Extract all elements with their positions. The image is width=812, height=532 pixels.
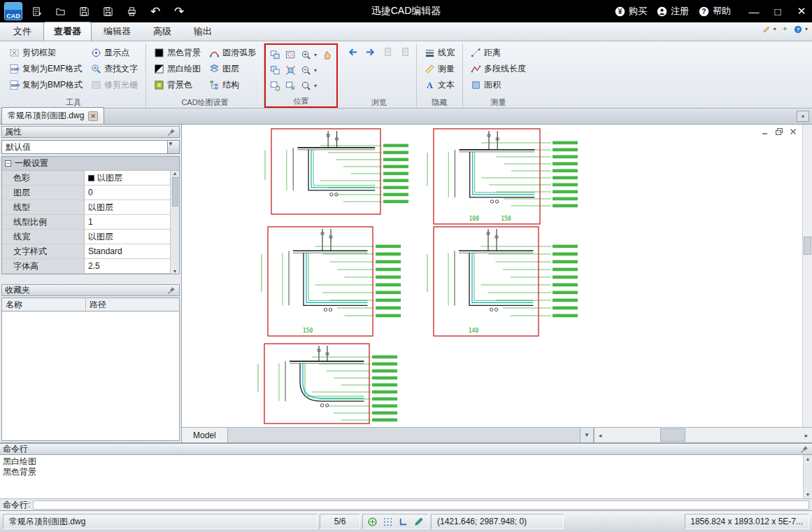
grid-icon[interactable]: [383, 517, 393, 527]
property-value[interactable]: 以图层: [85, 171, 170, 185]
command-history[interactable]: 黑白绘图 黑色背景 ▲ ▼: [0, 455, 812, 498]
previous-view-button[interactable]: [284, 78, 297, 92]
next-page-button[interactable]: [399, 45, 412, 59]
save-as-button[interactable]: [99, 3, 116, 20]
hide-text-button[interactable]: A 文本: [421, 77, 458, 93]
window-close-button[interactable]: ✕: [795, 5, 808, 18]
layers-button[interactable]: 图层: [206, 61, 259, 77]
document-list-dropdown[interactable]: ▾: [797, 111, 809, 122]
scroll-left-icon[interactable]: ◂: [594, 428, 606, 442]
hide-linewidth-button[interactable]: 线宽: [421, 45, 458, 61]
cad-drawing[interactable]: 100150150140: [182, 125, 802, 427]
horizontal-scrollbar[interactable]: ◂ ▸: [594, 428, 812, 442]
tab-output[interactable]: 输出: [183, 22, 222, 41]
preset-select[interactable]: 默认值 ▼: [1, 140, 180, 154]
open-file-button[interactable]: [52, 3, 69, 20]
ribbon-help-button[interactable]: ?▾: [794, 25, 808, 34]
bw-drawing-button[interactable]: 黑白绘图: [150, 61, 204, 77]
favorites-pin-button[interactable]: [166, 286, 176, 295]
forward-button[interactable]: [364, 45, 377, 59]
document-close-button[interactable]: ✕: [88, 111, 98, 121]
scroll-down-icon[interactable]: ▼: [806, 492, 811, 497]
tab-file[interactable]: 文件: [3, 22, 42, 41]
scroll-thumb[interactable]: [660, 428, 685, 442]
child-close-button[interactable]: [788, 127, 798, 136]
copy-emf-button[interactable]: EMF 复制为EMF格式: [6, 61, 86, 77]
trim-raster-button[interactable]: 修剪光栅: [87, 77, 141, 93]
property-value[interactable]: 以图层: [85, 230, 170, 244]
pan-hand-button[interactable]: [320, 48, 334, 62]
pen-icon[interactable]: [413, 517, 424, 527]
tab-viewer[interactable]: 查看器: [43, 22, 92, 41]
previous-page-button[interactable]: [381, 45, 394, 59]
redo-button[interactable]: ↷: [171, 3, 187, 20]
child-minimize-button[interactable]: [760, 127, 770, 136]
child-restore-button[interactable]: [774, 127, 784, 136]
show-points-button[interactable]: 显示点: [87, 45, 141, 61]
refresh-view-button[interactable]: [269, 78, 282, 92]
buy-button[interactable]: ¥ 购买: [615, 5, 647, 18]
back-button[interactable]: [346, 45, 359, 59]
measure-polyline-button[interactable]: 多段线长度: [467, 61, 529, 77]
window-maximize-button[interactable]: □: [771, 6, 784, 18]
measure-area-button[interactable]: 面积: [467, 77, 529, 93]
property-value[interactable]: 2.5: [85, 259, 170, 273]
hide-measure-button[interactable]: 测量: [421, 61, 458, 77]
scroll-thumb[interactable]: [172, 177, 178, 206]
help-button[interactable]: ? 帮助: [699, 5, 731, 18]
command-scrollbar[interactable]: ▲ ▼: [803, 455, 812, 498]
property-value[interactable]: 1: [85, 215, 170, 229]
property-value[interactable]: 0: [85, 186, 170, 200]
document-tab[interactable]: 常规吊顶剖面图.dwg ✕: [1, 107, 104, 124]
scroll-up-icon[interactable]: ▲: [806, 456, 811, 461]
quick-style-button[interactable]: ▾: [762, 25, 776, 34]
favorites-list[interactable]: [1, 312, 180, 441]
copy-view-button[interactable]: [269, 63, 282, 77]
new-file-button[interactable]: [28, 3, 45, 20]
favorites-column-name[interactable]: 名称: [2, 298, 86, 311]
svg-text:100: 100: [469, 216, 480, 222]
save-button[interactable]: [76, 3, 92, 20]
scroll-up-icon[interactable]: ▲: [173, 171, 178, 176]
black-background-button[interactable]: 黑色背景: [150, 45, 204, 61]
measure-distance-button[interactable]: 距离: [467, 45, 529, 61]
register-button[interactable]: 注册: [657, 5, 689, 18]
property-value[interactable]: Standard: [85, 244, 170, 258]
find-text-button[interactable]: A 查找文字: [87, 61, 141, 77]
print-button[interactable]: [123, 3, 140, 20]
command-input[interactable]: [33, 500, 809, 510]
properties-pin-button[interactable]: [166, 128, 176, 136]
window-minimize-button[interactable]: —: [748, 6, 760, 18]
zoom-in-button[interactable]: ▾: [299, 48, 318, 62]
zoom-fit-button[interactable]: [284, 63, 297, 77]
clip-frame-button[interactable]: 剪切框架: [6, 45, 86, 61]
scroll-thumb[interactable]: [804, 237, 811, 255]
zoom-out-button[interactable]: ▾: [299, 63, 318, 77]
zoom-scale-button[interactable]: ▾: [299, 78, 318, 92]
vertical-scrollbar[interactable]: [802, 125, 812, 427]
status-filename: 常规吊顶剖面图.dwg: [3, 514, 318, 529]
favorites-column-path[interactable]: 路径: [86, 298, 179, 311]
ortho-icon[interactable]: [398, 517, 408, 527]
drawing-canvas[interactable]: 100150150140: [182, 125, 812, 427]
structure-button[interactable]: 结构: [206, 77, 259, 93]
scroll-down-icon[interactable]: ▼: [173, 269, 178, 274]
copy-bmp-button[interactable]: BMP 复制为BMP格式: [6, 77, 86, 93]
property-grid-scrollbar[interactable]: ▲ ▼: [170, 171, 179, 274]
tab-editor[interactable]: 编辑器: [93, 22, 141, 41]
zoom-window-button[interactable]: [284, 48, 297, 62]
pan-view-button[interactable]: [269, 48, 282, 62]
collapse-icon[interactable]: −: [5, 160, 11, 167]
scroll-right-icon[interactable]: ▸: [801, 428, 812, 442]
background-color-button[interactable]: 背景色: [150, 77, 204, 93]
chevron-down-icon[interactable]: ▼: [167, 141, 179, 153]
model-tab[interactable]: Model: [182, 428, 228, 442]
property-section[interactable]: − 一般设置: [2, 157, 179, 171]
tab-advanced[interactable]: 高级: [143, 22, 182, 41]
snap-icon[interactable]: [367, 517, 378, 527]
command-pin-button[interactable]: [799, 445, 809, 454]
property-value[interactable]: 以图层: [85, 200, 170, 214]
sheet-list-dropdown[interactable]: ▼: [580, 428, 594, 442]
smooth-arc-button[interactable]: 圆滑弧形: [206, 45, 259, 61]
undo-button[interactable]: ↶: [147, 3, 164, 20]
